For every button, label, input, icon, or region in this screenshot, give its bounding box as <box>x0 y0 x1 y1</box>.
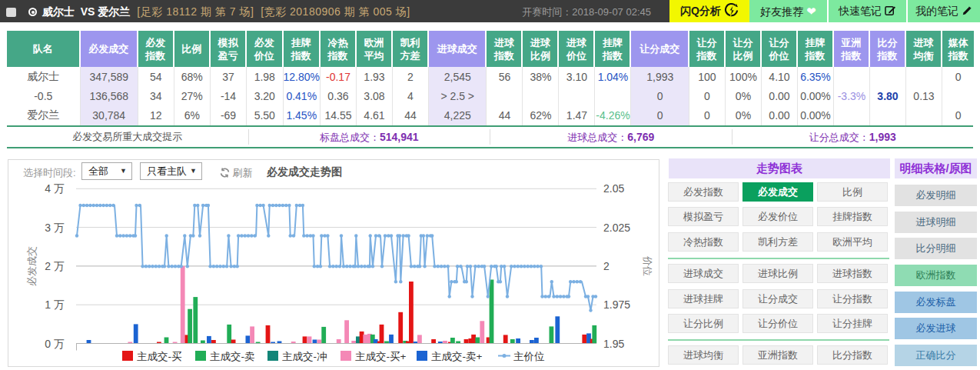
svg-text:1 万: 1 万 <box>45 298 65 311</box>
svg-text:3 万: 3 万 <box>45 222 65 234</box>
svg-text:4 万: 4 万 <box>45 182 65 195</box>
svg-text:1.975: 1.975 <box>603 298 630 311</box>
svg-text:主成交-冲: 主成交-冲 <box>282 351 327 362</box>
svg-text:主成交-买: 主成交-买 <box>137 351 182 362</box>
svg-text:2: 2 <box>603 260 610 272</box>
svg-text:主价位: 主价位 <box>513 351 545 362</box>
svg-text:主成交-卖: 主成交-卖 <box>210 351 255 362</box>
svg-text:1.95: 1.95 <box>603 338 624 350</box>
svg-text:2 万: 2 万 <box>45 260 65 272</box>
svg-text:主成交-卖+: 主成交-卖+ <box>431 351 482 362</box>
svg-text:价位: 价位 <box>642 255 653 276</box>
svg-text:主成交-买+: 主成交-买+ <box>355 351 406 362</box>
svg-text:0 万: 0 万 <box>45 338 65 350</box>
svg-text:必发成交: 必发成交 <box>26 246 38 286</box>
svg-text:2.05: 2.05 <box>603 182 624 195</box>
svg-text:2.025: 2.025 <box>603 222 630 234</box>
